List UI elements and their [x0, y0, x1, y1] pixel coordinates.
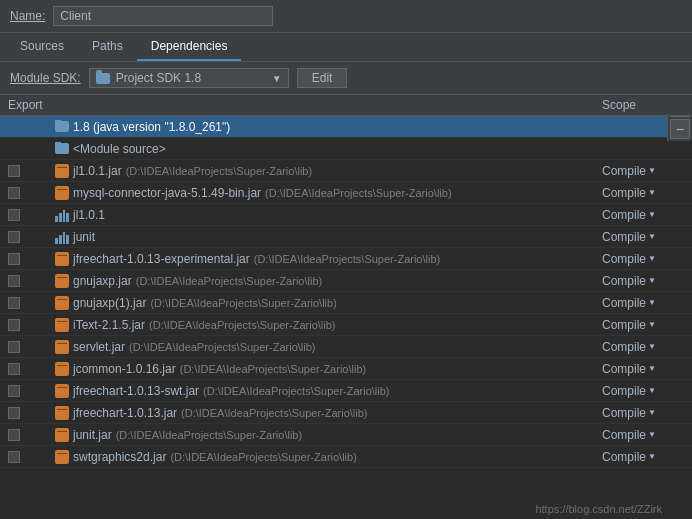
- td-export: [0, 165, 55, 177]
- row-name-text: jl1.0.1: [73, 208, 105, 222]
- chevron-down-icon: ▼: [648, 408, 656, 417]
- td-scope[interactable]: Compile ▼: [602, 362, 692, 376]
- chevron-down-icon: ▼: [272, 73, 282, 84]
- export-checkbox[interactable]: [8, 165, 20, 177]
- row-path-text: (D:\IDEA\IdeaProjects\Super-Zario\lib): [126, 165, 312, 177]
- td-name: servlet.jar (D:\IDEA\IdeaProjects\Super-…: [55, 340, 602, 354]
- sdk-select[interactable]: Project SDK 1.8 ▼: [89, 68, 289, 88]
- export-checkbox[interactable]: [8, 407, 20, 419]
- table-row[interactable]: 1.8 (java version "1.8.0_261"): [0, 116, 692, 138]
- scope-text: Compile: [602, 340, 646, 354]
- td-scope[interactable]: Compile ▼: [602, 208, 692, 222]
- chevron-down-icon: ▼: [648, 210, 656, 219]
- sdk-select-text: Project SDK 1.8: [116, 71, 266, 85]
- td-scope[interactable]: Compile ▼: [602, 274, 692, 288]
- table-row[interactable]: junit.jar (D:\IDEA\IdeaProjects\Super-Za…: [0, 424, 692, 446]
- chevron-down-icon: ▼: [648, 452, 656, 461]
- td-scope[interactable]: Compile ▼: [602, 296, 692, 310]
- row-path-text: (D:\IDEA\IdeaProjects\Super-Zario\lib): [254, 253, 440, 265]
- scope-text: Compile: [602, 384, 646, 398]
- th-export: Export: [0, 98, 55, 112]
- name-input[interactable]: [53, 6, 273, 26]
- td-name: jl1.0.1: [55, 208, 602, 222]
- chevron-down-icon: ▼: [648, 320, 656, 329]
- th-scope: Scope: [602, 98, 692, 112]
- row-name-text: iText-2.1.5.jar: [73, 318, 145, 332]
- edit-button[interactable]: Edit: [297, 68, 348, 88]
- td-scope[interactable]: Compile ▼: [602, 406, 692, 420]
- table-row[interactable]: gnujaxp.jar (D:\IDEA\IdeaProjects\Super-…: [0, 270, 692, 292]
- td-scope[interactable]: Compile ▼: [602, 186, 692, 200]
- row-name-text: jcommon-1.0.16.jar: [73, 362, 176, 376]
- td-scope[interactable]: Compile ▼: [602, 450, 692, 464]
- td-export: [0, 407, 55, 419]
- row-name-text: servlet.jar: [73, 340, 125, 354]
- chevron-down-icon: ▼: [648, 386, 656, 395]
- chevron-down-icon: ▼: [648, 364, 656, 373]
- export-checkbox[interactable]: [8, 341, 20, 353]
- row-path-text: (D:\IDEA\IdeaProjects\Super-Zario\lib): [265, 187, 451, 199]
- export-checkbox[interactable]: [8, 187, 20, 199]
- jar-icon: [55, 252, 69, 266]
- table-row[interactable]: jfreechart-1.0.13-swt.jar (D:\IDEA\IdeaP…: [0, 380, 692, 402]
- table-container: Export Scope 1.8 (java version "1.8.0_26…: [0, 95, 692, 519]
- tab-dependencies[interactable]: Dependencies: [137, 33, 242, 61]
- jar-icon: [55, 296, 69, 310]
- export-checkbox[interactable]: [8, 253, 20, 265]
- row-name-text: jl1.0.1.jar: [73, 164, 122, 178]
- scope-text: Compile: [602, 318, 646, 332]
- table-row[interactable]: servlet.jar (D:\IDEA\IdeaProjects\Super-…: [0, 336, 692, 358]
- export-checkbox[interactable]: [8, 319, 20, 331]
- table-row[interactable]: iText-2.1.5.jar (D:\IDEA\IdeaProjects\Su…: [0, 314, 692, 336]
- td-scope[interactable]: Compile ▼: [602, 318, 692, 332]
- export-checkbox[interactable]: [8, 209, 20, 221]
- td-export: [0, 231, 55, 243]
- row-name-text: <Module source>: [73, 142, 166, 156]
- row-path-text: (D:\IDEA\IdeaProjects\Super-Zario\lib): [203, 385, 389, 397]
- tab-sources[interactable]: Sources: [6, 33, 78, 61]
- export-checkbox[interactable]: [8, 385, 20, 397]
- row-name-text: swtgraphics2d.jar: [73, 450, 166, 464]
- td-scope[interactable]: Compile ▼: [602, 340, 692, 354]
- table-row[interactable]: jfreechart-1.0.13.jar (D:\IDEA\IdeaProje…: [0, 402, 692, 424]
- table-row[interactable]: jl1.0.1.jar (D:\IDEA\IdeaProjects\Super-…: [0, 160, 692, 182]
- table-row[interactable]: jfreechart-1.0.13-experimental.jar (D:\I…: [0, 248, 692, 270]
- td-scope[interactable]: Compile ▼: [602, 252, 692, 266]
- remove-button[interactable]: −: [670, 119, 690, 139]
- table-row[interactable]: <Module source>: [0, 138, 692, 160]
- export-checkbox[interactable]: [8, 429, 20, 441]
- scope-text: Compile: [602, 428, 646, 442]
- table-row[interactable]: jcommon-1.0.16.jar (D:\IDEA\IdeaProjects…: [0, 358, 692, 380]
- table-row[interactable]: junit Compile ▼: [0, 226, 692, 248]
- chevron-down-icon: ▼: [648, 188, 656, 197]
- td-scope[interactable]: Compile ▼: [602, 230, 692, 244]
- td-name: 1.8 (java version "1.8.0_261"): [55, 120, 602, 134]
- chevron-down-icon: ▼: [648, 342, 656, 351]
- tab-paths[interactable]: Paths: [78, 33, 137, 61]
- td-export: [0, 187, 55, 199]
- chevron-down-icon: ▼: [648, 166, 656, 175]
- scope-text: Compile: [602, 450, 646, 464]
- td-export: [0, 275, 55, 287]
- table-row[interactable]: gnujaxp(1).jar (D:\IDEA\IdeaProjects\Sup…: [0, 292, 692, 314]
- sdk-label: Module SDK:: [10, 71, 81, 85]
- table-wrapper: Export Scope 1.8 (java version "1.8.0_26…: [0, 95, 692, 519]
- export-checkbox[interactable]: [8, 451, 20, 463]
- export-checkbox[interactable]: [8, 231, 20, 243]
- row-path-text: (D:\IDEA\IdeaProjects\Super-Zario\lib): [180, 363, 366, 375]
- td-name: jcommon-1.0.16.jar (D:\IDEA\IdeaProjects…: [55, 362, 602, 376]
- table-row[interactable]: jl1.0.1 Compile ▼: [0, 204, 692, 226]
- table-row[interactable]: mysql-connector-java-5.1.49-bin.jar (D:\…: [0, 182, 692, 204]
- export-checkbox[interactable]: [8, 275, 20, 287]
- table-row[interactable]: swtgraphics2d.jar (D:\IDEA\IdeaProjects\…: [0, 446, 692, 468]
- scope-text: Compile: [602, 208, 646, 222]
- td-name: jl1.0.1.jar (D:\IDEA\IdeaProjects\Super-…: [55, 164, 602, 178]
- jar-icon: [55, 384, 69, 398]
- td-scope[interactable]: Compile ▼: [602, 384, 692, 398]
- td-name: <Module source>: [55, 142, 602, 156]
- export-checkbox[interactable]: [8, 297, 20, 309]
- scope-text: Compile: [602, 252, 646, 266]
- td-scope[interactable]: Compile ▼: [602, 428, 692, 442]
- td-scope[interactable]: Compile ▼: [602, 164, 692, 178]
- export-checkbox[interactable]: [8, 363, 20, 375]
